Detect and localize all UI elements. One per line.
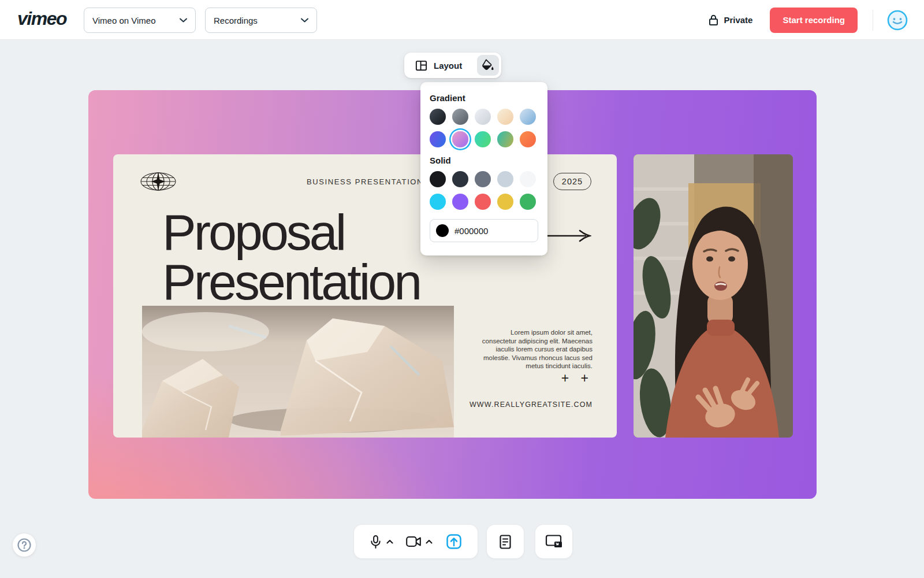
gradient-swatch-gray[interactable] xyxy=(452,109,468,125)
layout-button[interactable]: Layout xyxy=(434,61,462,71)
solid-swatch-cyan[interactable] xyxy=(430,194,446,210)
chevron-down-icon xyxy=(180,18,187,23)
slide-title: Proposal Presentation xyxy=(162,208,420,307)
slide-photo-ice xyxy=(142,306,454,438)
plus-marks: + + xyxy=(561,370,593,386)
solid-swatch-white[interactable] xyxy=(520,171,536,187)
gradient-swatch-row-2 xyxy=(430,131,538,147)
workspace-dropdown[interactable]: Vimeo on Vimeo xyxy=(84,8,196,33)
camera-icon xyxy=(406,536,422,547)
microphone-options-chevron[interactable] xyxy=(386,539,393,544)
layout-toolbar: Layout xyxy=(404,53,501,78)
solid-swatch-row-2 xyxy=(430,194,538,210)
gradient-swatch-charcoal[interactable] xyxy=(430,109,446,125)
solid-swatch-black[interactable] xyxy=(430,171,446,187)
solid-section-label: Solid xyxy=(430,155,538,165)
notes-card[interactable] xyxy=(487,525,524,558)
privacy-setting[interactable]: Private xyxy=(708,14,752,26)
header-divider xyxy=(873,10,873,31)
gradient-swatch-blue-violet[interactable] xyxy=(430,131,446,147)
top-header: vimeo Vimeo on Vimeo Recordings Private … xyxy=(0,0,924,40)
workspace-dropdown-value: Vimeo on Vimeo xyxy=(92,16,156,25)
layout-grid-icon xyxy=(415,59,428,72)
gradient-swatch-light-gray[interactable] xyxy=(475,109,491,125)
gradient-swatch-row-1 xyxy=(430,109,538,125)
help-button[interactable] xyxy=(13,533,36,557)
start-recording-button[interactable]: Start recording xyxy=(770,8,858,33)
paint-bucket-icon xyxy=(482,59,494,72)
gradient-swatch-teal-green[interactable] xyxy=(475,131,491,147)
lock-icon xyxy=(708,14,719,26)
solid-swatch-row-1 xyxy=(430,171,538,187)
user-avatar[interactable] xyxy=(887,10,908,31)
slide-website: WWW.REALLYGREATSITE.COM xyxy=(470,401,593,409)
camera-options-chevron[interactable] xyxy=(426,539,433,544)
screen-share-icon xyxy=(445,533,463,550)
background-fill-button[interactable] xyxy=(477,55,499,76)
screen-share-control[interactable] xyxy=(439,533,469,550)
gradient-swatch-light-blue[interactable] xyxy=(520,109,536,125)
library-dropdown-value: Recordings xyxy=(214,16,258,25)
hex-color-input[interactable]: #000000 xyxy=(430,219,538,242)
gradient-swatch-pink-purple[interactable] xyxy=(452,131,468,147)
chevron-down-icon xyxy=(301,18,308,23)
solid-swatch-light-gray[interactable] xyxy=(497,171,513,187)
gradient-swatch-teal-olive[interactable] xyxy=(497,131,513,147)
gradient-swatch-cream-peach[interactable] xyxy=(497,109,513,125)
background-color-panel: Gradient Solid #000000 xyxy=(420,82,547,255)
question-mark-icon xyxy=(17,538,32,553)
picture-in-picture-card[interactable] xyxy=(535,525,572,558)
camera-control[interactable] xyxy=(400,536,439,547)
picture-in-picture-icon xyxy=(545,534,563,549)
privacy-label: Private xyxy=(724,15,752,25)
microphone-control[interactable] xyxy=(363,535,400,549)
microphone-icon xyxy=(369,535,382,549)
slide-title-line1: Proposal xyxy=(162,208,420,257)
year-badge: 2025 xyxy=(553,173,591,190)
slide-body-text: Lorem ipsum dolor sit amet, consectetur … xyxy=(478,328,593,370)
solid-swatch-green[interactable] xyxy=(520,194,536,210)
notes-icon xyxy=(498,534,512,550)
webcam-video-tile[interactable] xyxy=(634,154,793,438)
gradient-swatch-orange[interactable] xyxy=(520,131,536,147)
vimeo-logo[interactable]: vimeo xyxy=(17,8,66,29)
solid-swatch-charcoal[interactable] xyxy=(452,171,468,187)
hex-color-value: #000000 xyxy=(454,226,488,236)
solid-swatch-red[interactable] xyxy=(475,194,491,210)
library-dropdown[interactable]: Recordings xyxy=(205,8,317,33)
solid-swatch-gray[interactable] xyxy=(475,171,491,187)
gradient-section-label: Gradient xyxy=(430,93,538,103)
solid-swatch-yellow[interactable] xyxy=(497,194,513,210)
slide-title-line2: Presentation xyxy=(162,257,420,307)
av-controls-card xyxy=(354,525,478,558)
current-color-dot xyxy=(436,224,449,237)
solid-swatch-purple[interactable] xyxy=(452,194,468,210)
